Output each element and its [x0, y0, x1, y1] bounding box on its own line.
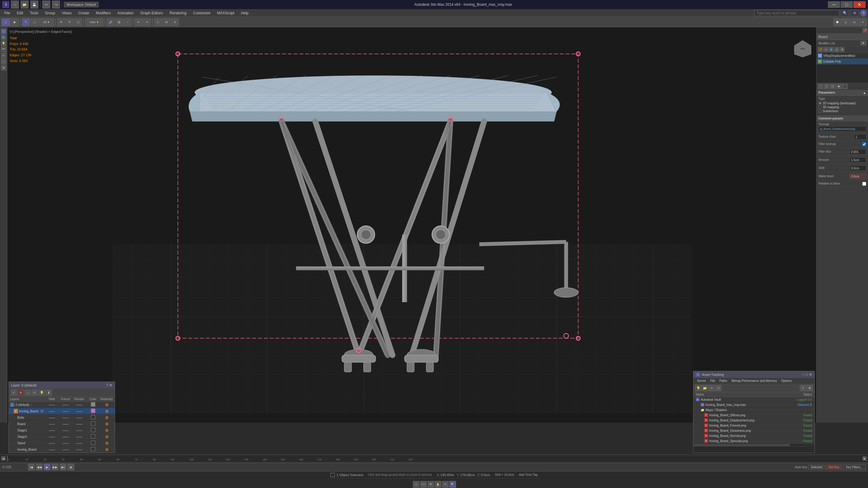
- common-params-header[interactable]: Common params: [816, 116, 868, 121]
- snap-btn[interactable]: 🔲: [833, 18, 841, 26]
- layer-add-selection-btn[interactable]: →: [25, 389, 31, 396]
- layer-row-board[interactable]: Board —— —— —— 🔆: [9, 421, 115, 427]
- menu-rendering[interactable]: Rendering: [166, 10, 189, 16]
- zoom-btn[interactable]: 🔍: [450, 481, 456, 488]
- layer-highlight-btn[interactable]: 💡: [39, 389, 45, 396]
- layer-panel-question[interactable]: ?: [106, 383, 108, 387]
- modifier-list-dropdown[interactable]: ▼: [860, 41, 866, 45]
- asset-menu-server[interactable]: Server: [695, 379, 708, 383]
- layer-board-color[interactable]: [86, 421, 100, 426]
- reference-coord-btn[interactable]: View ▼: [85, 18, 103, 26]
- layer-stage2-color[interactable]: [86, 434, 100, 439]
- link-btn[interactable]: 🔗: [106, 18, 114, 26]
- prev-key-btn[interactable]: |◀: [28, 464, 35, 470]
- render-setup-btn[interactable]: ⬡: [1, 18, 10, 26]
- amount-input[interactable]: [849, 157, 866, 163]
- maximize-btn[interactable]: □: [841, 1, 853, 8]
- layer-row-bolts[interactable]: Bolts —— —— —— 🔆: [9, 415, 115, 421]
- show-end-result-btn[interactable]: ⬡: [823, 47, 828, 52]
- texmap-value[interactable]: lg_Board_Displacement.png): [818, 127, 866, 131]
- asset-row-displacement[interactable]: P Ironing_Board_Displacement.png Found: [693, 418, 814, 423]
- render-environment-btn[interactable]: 8: [171, 18, 179, 26]
- panel-pin-btn[interactable]: 📌: [863, 28, 867, 33]
- layer-0-color[interactable]: [86, 402, 100, 407]
- create-shapes-btn[interactable]: 🔷: [1, 35, 6, 40]
- edge-btn[interactable]: |: [824, 84, 829, 89]
- layer-row-0[interactable]: L 0 (default) ✓ —— —— —— 🔆: [9, 402, 115, 408]
- texture-chan-input[interactable]: [854, 134, 866, 139]
- create-cameras-btn[interactable]: 📷: [1, 47, 6, 52]
- make-unique-btn[interactable]: 🔷: [829, 47, 834, 52]
- asset-row-diffuse[interactable]: P Ironing_Board_Diffuse.png Found: [693, 413, 814, 418]
- layer-panel-close[interactable]: ✕: [109, 383, 112, 387]
- viewport[interactable]: [+] [Perspective] [Shaded + Edged Faces]…: [7, 27, 816, 423]
- play-btn[interactable]: ▶: [44, 464, 51, 470]
- select-filter-btn[interactable]: All ▼: [39, 18, 54, 26]
- menu-views[interactable]: Views: [59, 10, 74, 16]
- border-btn[interactable]: ⬡: [830, 84, 835, 89]
- menu-group[interactable]: Group: [42, 10, 58, 16]
- next-frame-btn[interactable]: ▶▶: [52, 464, 58, 470]
- search-btn[interactable]: 🔍: [841, 10, 849, 17]
- asset-menu-options[interactable]: Options: [779, 379, 794, 383]
- move-btn[interactable]: ✛: [57, 18, 65, 26]
- menu-file[interactable]: File: [1, 10, 13, 16]
- filter-blur-input[interactable]: [849, 149, 866, 155]
- asset-hscroll-thumb[interactable]: [694, 444, 790, 446]
- layer-merge-btn[interactable]: ⬇: [45, 389, 52, 396]
- minimize-btn[interactable]: ─: [828, 1, 840, 8]
- undo-scene-btn[interactable]: ↩: [134, 18, 143, 26]
- angle-snap-btn[interactable]: ∠: [842, 18, 850, 26]
- asset-row-fresnel[interactable]: P Ironing_Board_Fresnel.png Found: [693, 423, 814, 428]
- asset-menu-paths[interactable]: Paths: [718, 379, 729, 383]
- layer-row-ironing-board2[interactable]: Ironing_Board —— —— —— 🔆: [9, 446, 115, 453]
- asset-repath-btn[interactable]: ⬡: [715, 385, 721, 391]
- layer-row-ironing-board[interactable]: L Ironing_Board —— —— —— 🔆: [9, 408, 115, 415]
- asset-highlight-btn[interactable]: 💡: [695, 385, 701, 391]
- layer-row-stage1[interactable]: Stage1 —— —— —— 🔆: [9, 427, 115, 433]
- stop-btn[interactable]: ■: [67, 464, 74, 470]
- selection-lock-btn[interactable]: [331, 473, 335, 477]
- menu-help[interactable]: Help: [238, 10, 252, 16]
- material-editor-btn[interactable]: M: [162, 18, 170, 26]
- workspace-dropdown[interactable]: Workspace: Default: [64, 2, 99, 7]
- select-object-btn[interactable]: ↖: [22, 18, 30, 26]
- asset-row-specular[interactable]: P Ironing_Board_Specular.png Found: [693, 438, 814, 444]
- radio-2d[interactable]: 2D mapping (landscape): [818, 102, 866, 105]
- layer-row-stand[interactable]: Stand —— —— —— 🔆: [9, 440, 115, 446]
- asset-hscrollbar[interactable]: [693, 444, 814, 446]
- layer-select-objects-btn[interactable]: ↖: [32, 389, 38, 396]
- select-region-btn[interactable]: □: [30, 18, 38, 26]
- menu-maxscript[interactable]: MAXScript: [214, 10, 237, 16]
- rotate-btn[interactable]: ↻: [66, 18, 74, 26]
- open-btn[interactable]: 📂: [21, 1, 29, 8]
- redo-scene-btn[interactable]: ↪: [143, 18, 151, 26]
- set-key-btn[interactable]: Set Key: [826, 464, 842, 470]
- search-options-btn[interactable]: ⚙: [850, 10, 859, 17]
- asset-settings-btn[interactable]: ⚙: [807, 385, 813, 391]
- create-systems-btn[interactable]: ⚙: [1, 65, 6, 70]
- vertex-btn[interactable]: ·: [818, 84, 823, 89]
- percent-snap-btn[interactable]: %: [850, 18, 858, 26]
- scale-btn[interactable]: ⬡: [74, 18, 82, 26]
- pan-btn[interactable]: ✋: [435, 481, 441, 488]
- layer-row-stage2[interactable]: Stage2 —— —— —— 🔆: [9, 433, 115, 440]
- menu-edit[interactable]: Edit: [14, 10, 26, 16]
- render-frame-btn[interactable]: ▶: [11, 18, 19, 26]
- layer-delete-btn[interactable]: ✕: [18, 389, 24, 396]
- asset-row-glossiness[interactable]: P Ironing_Board_Glossiness.png Found: [693, 428, 814, 433]
- save-btn[interactable]: 💾: [30, 1, 38, 8]
- asset-strip-btn[interactable]: ✂: [709, 385, 715, 391]
- menu-modifiers[interactable]: Modifiers: [93, 10, 114, 16]
- redo-btn[interactable]: ↪: [52, 1, 60, 8]
- parameters-header[interactable]: Parameters ▲: [816, 90, 868, 96]
- layer-ironing-board2-color[interactable]: [86, 447, 100, 452]
- prev-frame-btn[interactable]: ◀◀: [36, 464, 42, 470]
- timeline-nav-left[interactable]: ◀: [1, 456, 5, 461]
- layer-stand-color[interactable]: [86, 441, 100, 446]
- help-button[interactable]: ?: [860, 10, 867, 17]
- unlink-btn[interactable]: ⛓: [115, 18, 123, 26]
- modifier-vray[interactable]: V VRayDisplacementMod: [816, 53, 868, 59]
- asset-absolute-btn[interactable]: 📂: [702, 385, 708, 391]
- create-helpers-btn[interactable]: +: [1, 53, 6, 58]
